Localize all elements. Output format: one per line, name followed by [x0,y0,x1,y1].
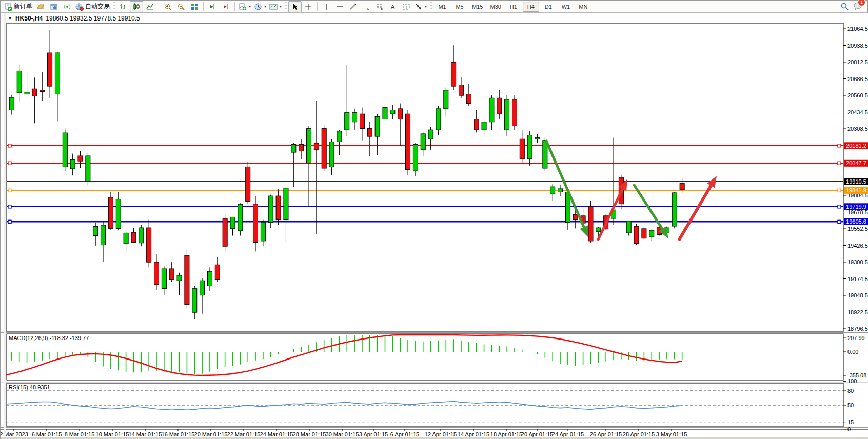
chart-surface[interactable]: 21064.520938.520812.520686.520560.520434… [1,13,868,437]
timeframe-d1[interactable]: D1 [540,2,557,12]
arrows-button[interactable]: ▾ [413,1,428,12]
vertical-line-button[interactable] [320,1,333,12]
timeframe-h4[interactable]: H4 [523,2,539,12]
price-label: 19841.9 [846,187,866,193]
trend-arrow-shaft[interactable] [679,184,712,241]
candle-body [25,92,29,94]
text-button[interactable]: A [386,1,400,12]
candle-body [78,156,83,161]
bar-chart-button[interactable] [116,1,130,12]
candle-body [573,214,578,220]
chart-ohlc-values: 19860.5 19932.5 19778.5 19910.5 [46,15,140,22]
candle-body [192,289,197,312]
timeframe-w1[interactable]: W1 [558,2,574,12]
price-tick: 18796.5 [847,326,868,332]
line-handle[interactable] [8,205,11,208]
timeframe-m5[interactable]: M5 [451,2,468,12]
candle-body [329,142,334,167]
auto-scroll-button[interactable] [206,1,219,12]
candlestick-chart-button[interactable] [130,1,143,12]
trend-arrow-shaft[interactable] [546,140,585,229]
line-handle[interactable] [8,189,11,192]
trendline-button[interactable] [346,1,360,12]
candle-body [299,145,304,151]
templates-icon [269,3,278,11]
trend-arrow-head[interactable] [580,225,588,237]
data-window-button[interactable] [47,1,61,12]
search-icon[interactable] [840,2,849,11]
zoom-in-button[interactable] [161,1,174,12]
line-chart-icon [146,3,154,11]
candle-body [284,188,288,220]
candle-body [466,94,471,104]
market-watch-button[interactable] [34,1,47,12]
zoom-out-icon [177,3,185,11]
trend-arrow-head[interactable] [707,176,717,188]
zoom-out-button[interactable] [174,1,188,12]
new-order-button[interactable]: 新订单 [3,1,34,12]
equidistant-channel-button[interactable]: E [360,1,373,12]
candle-body [367,129,372,136]
text-label-button[interactable]: T [400,1,413,12]
crosshair-button[interactable] [302,1,315,12]
candle-body [512,99,517,126]
candle-body [48,53,52,86]
timeframe-m15[interactable]: M15 [469,2,486,12]
line-handle[interactable] [838,220,841,223]
candle-body [642,229,646,238]
candlestick-chart[interactable]: 21064.520938.520812.520686.520560.520434… [1,13,868,439]
cursor-icon [291,3,299,11]
candle-body [108,197,113,229]
line-chart-button[interactable] [143,1,156,12]
chart-shift-button[interactable] [219,1,232,12]
trend-arrow-shaft[interactable] [634,184,663,231]
timeframe-mn[interactable]: MN [575,2,591,12]
tile-windows-button[interactable] [188,1,201,12]
candle-body [345,113,349,130]
line-handle[interactable] [8,144,11,147]
signals-button[interactable] [61,1,74,12]
candle-body [139,228,144,243]
line-handle[interactable] [838,162,841,165]
timeframe-m30[interactable]: M30 [487,2,504,12]
price-tick: 20686.5 [847,76,868,82]
fibonacci-button[interactable]: F [373,1,386,12]
equidistant-channel-icon: E [362,3,370,11]
rsi-axis-tick: 80 [847,388,854,394]
candle-body [63,133,67,167]
candle-body [421,134,425,150]
candle-body [672,193,677,226]
horizontal-line-button[interactable] [333,1,346,12]
line-handle[interactable] [838,205,841,208]
zoom-in-icon [164,3,172,11]
collapse-chart-icon[interactable]: ▼ [8,16,12,21]
line-handle[interactable] [838,144,841,147]
timeframe-m1[interactable]: M1 [434,2,450,12]
candle-body [101,225,106,245]
periods-button[interactable]: ▾ [252,1,268,12]
cursor-button[interactable] [288,1,302,12]
line-handle[interactable] [838,189,841,192]
price-label: 19719.9 [846,204,866,210]
candle-body [276,196,281,220]
candle-body [131,232,136,242]
bar-chart-icon [119,3,127,11]
indicators-button[interactable]: ▾ [237,1,252,12]
candle-body [588,207,593,241]
notifications-button[interactable]: 1 [853,2,862,12]
timeframe-h1[interactable]: H1 [505,2,522,12]
trend-arrow-shaft[interactable] [598,187,623,241]
price-tick: 20812.5 [847,59,868,65]
candle-body [93,226,98,235]
price-tick: 20308.5 [847,126,868,132]
line-handle[interactable] [8,220,11,223]
line-handle[interactable] [8,162,11,165]
macd-signal-line [4,335,682,375]
candle-body [428,130,433,139]
candle-body [207,271,212,286]
plot-area[interactable] [2,30,844,319]
autotrading-button[interactable]: 自动交易 [74,1,111,12]
candle-body [634,226,639,244]
templates-button[interactable]: ▾ [268,1,283,12]
candle-body [177,275,182,281]
